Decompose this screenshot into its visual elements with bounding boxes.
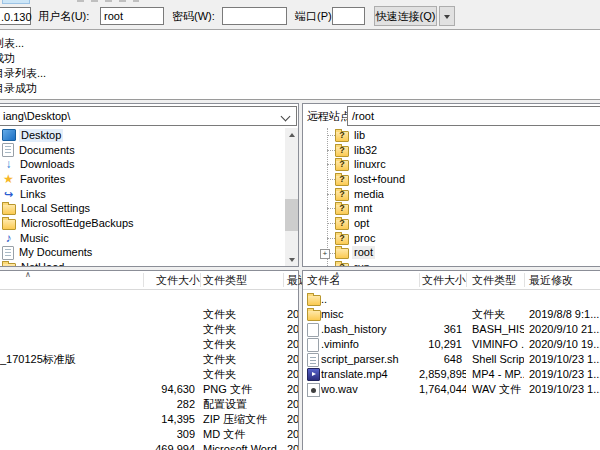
- log-line: 列表...: [0, 36, 493, 51]
- chevron-down-icon[interactable]: [281, 112, 291, 122]
- port-input[interactable]: [332, 7, 365, 25]
- local-path-combobox[interactable]: iang\Desktop\: [0, 106, 297, 126]
- file-modified: 20: [283, 412, 298, 427]
- expand-plus-icon[interactable]: +: [320, 249, 330, 259]
- file-row-wo-wav[interactable]: wo.wav 1,764,044 WAV 文件 2019/10/23 1...: [303, 382, 600, 397]
- file-row[interactable]: _170125标准版 文件夹 20: [0, 352, 298, 367]
- unknown-folder-icon: ?: [335, 190, 349, 201]
- arrow-up-icon: [289, 133, 295, 137]
- local-file-list-panel: ∧ 文件大小 文件类型 最近修改 文件夹 20: [0, 270, 299, 450]
- video-file-icon: [307, 368, 320, 381]
- audio-file-icon: [307, 383, 320, 397]
- tree-item-nethood[interactable]: NetHood: [0, 260, 284, 266]
- file-modified: 2019/8/8 9:1...: [524, 307, 600, 322]
- file-row[interactable]: 14,395 ZIP 压缩文件 20: [0, 412, 298, 427]
- tree-item-downloads[interactable]: ↓ Downloads: [0, 157, 284, 172]
- tree-item-label: Desktop: [19, 129, 63, 142]
- file-row[interactable]: 文件夹 20: [0, 337, 298, 352]
- file-row-bash-history[interactable]: .bash_history 361 BASH_HIS... 2020/9/10 …: [303, 322, 600, 337]
- question-mark-icon: ?: [336, 130, 348, 140]
- column-divider: [466, 273, 467, 287]
- scrollbar-thumb[interactable]: [285, 199, 298, 231]
- remote-path-input[interactable]: /root: [347, 106, 600, 126]
- vertical-scrollbar[interactable]: [285, 128, 298, 266]
- file-row-misc[interactable]: misc 文件夹 2019/8/8 9:1...: [303, 307, 600, 322]
- tree-item-lib32[interactable]: ? lib32: [303, 143, 600, 158]
- column-header-modified[interactable]: 最近修改: [283, 271, 303, 289]
- file-row-parent-dir[interactable]: ..: [303, 292, 600, 307]
- tree-item-lost-found[interactable]: ? lost+found: [303, 172, 600, 187]
- tree-item-favorites[interactable]: ★ Favorites: [0, 172, 284, 187]
- column-header-type[interactable]: 文件类型: [200, 271, 286, 289]
- file-modified: 2019/10/23 1...: [524, 367, 600, 382]
- tree-item-mnt[interactable]: ? mnt: [303, 201, 600, 216]
- tree-item-label: My Documents: [17, 246, 94, 259]
- column-header-name[interactable]: 文件名: [307, 271, 397, 289]
- document-icon: [2, 246, 14, 260]
- file-row[interactable]: 文件夹 20: [0, 322, 298, 337]
- tree-item-label: Documents: [17, 144, 77, 157]
- file-modified: 2020/9/10 21...: [524, 322, 600, 337]
- file-row[interactable]: 469,994 Microsoft Word ... 20: [0, 442, 298, 450]
- tree-item-documents[interactable]: Documents: [0, 143, 284, 158]
- file-type: Shell Script: [466, 352, 524, 367]
- username-input[interactable]: [100, 7, 164, 25]
- tree-item-root[interactable]: + root: [303, 246, 600, 261]
- scroll-up-button[interactable]: [285, 128, 298, 141]
- file-row[interactable]: 94,630 PNG 文件 20: [0, 382, 298, 397]
- file-row[interactable]: 文件夹 20: [0, 367, 298, 382]
- tree-item-proc[interactable]: ? proc: [303, 231, 600, 246]
- scroll-down-button[interactable]: [285, 253, 298, 266]
- tree-item-local-settings[interactable]: Local Settings: [0, 201, 284, 216]
- question-mark-icon: ?: [336, 262, 348, 266]
- question-mark-icon: ?: [336, 174, 348, 184]
- tree-item-linuxrc[interactable]: ? linuxrc: [303, 157, 600, 172]
- file-size: 1,764,044: [419, 382, 466, 397]
- tree-item-label: Favorites: [18, 173, 67, 186]
- folder-icon: [335, 248, 349, 259]
- shortcut-arrow-icon: ↪: [2, 188, 15, 201]
- log-line: 目录成功: [0, 81, 493, 96]
- column-header-modified[interactable]: 最近修改: [524, 271, 600, 289]
- local-path-value: iang\Desktop\: [3, 110, 70, 122]
- file-row[interactable]: 309 MD 文件 20: [0, 427, 298, 442]
- username-label: 用户名(U):: [38, 7, 89, 25]
- tree-item-microsoftedgebackups[interactable]: MicrosoftEdgeBackups: [0, 216, 284, 231]
- local-list-header: ∧ 文件大小 文件类型 最近修改: [0, 271, 298, 290]
- tree-item-my-documents[interactable]: My Documents: [0, 246, 284, 261]
- password-input[interactable]: [222, 7, 287, 25]
- file-row-translate-mp4[interactable]: translate.mp4 2,859,895 MP4 - MP... 2019…: [303, 367, 600, 382]
- unknown-folder-icon: ?: [335, 234, 349, 245]
- password-label: 密码(W):: [172, 7, 215, 25]
- message-log[interactable]: 列表... 成功 目录列表... 目录成功: [0, 29, 600, 100]
- tree-item-label: Local Settings: [19, 202, 92, 215]
- file-row[interactable]: 文件夹 20: [0, 307, 298, 322]
- file-name: script_parser.sh: [321, 352, 419, 367]
- tree-item-label: proc: [352, 232, 377, 245]
- file-row[interactable]: [0, 292, 298, 307]
- file-row-viminfo[interactable]: .viminfo 10,291 VIMINFO ... 2020/9/10 19…: [303, 337, 600, 352]
- file-row-script-parser[interactable]: script_parser.sh 648 Shell Script 2019/1…: [303, 352, 600, 367]
- quickconnect-dropdown-button[interactable]: [439, 6, 455, 26]
- file-size: 14,395: [143, 412, 200, 427]
- tree-item-links[interactable]: ↪ Links: [0, 187, 284, 202]
- tree-item-label: linuxrc: [352, 158, 388, 171]
- question-mark-icon: ?: [336, 233, 348, 243]
- column-divider: [283, 273, 284, 287]
- folder-icon: [2, 263, 16, 266]
- quickconnect-button[interactable]: 快速连接(Q): [374, 6, 437, 26]
- tree-item-opt[interactable]: ? opt: [303, 216, 600, 231]
- script-file-icon: [307, 353, 319, 367]
- unknown-folder-icon: ?: [335, 263, 349, 266]
- tree-item-media[interactable]: ? media: [303, 187, 600, 202]
- file-type: MD 文件: [200, 427, 283, 442]
- tree-item-lib[interactable]: ? lib: [303, 128, 600, 143]
- tree-item-run[interactable]: ? run: [303, 260, 600, 266]
- file-row[interactable]: 282 配置设置 20: [0, 397, 298, 412]
- unknown-folder-icon: ?: [335, 131, 349, 142]
- folder-icon: [307, 310, 321, 321]
- column-header-type[interactable]: 文件类型: [466, 271, 530, 289]
- tree-item-desktop[interactable]: Desktop: [0, 128, 284, 143]
- tree-item-music[interactable]: ♪ Music: [0, 231, 284, 246]
- file-modified: 2019/10/23 1...: [524, 352, 600, 367]
